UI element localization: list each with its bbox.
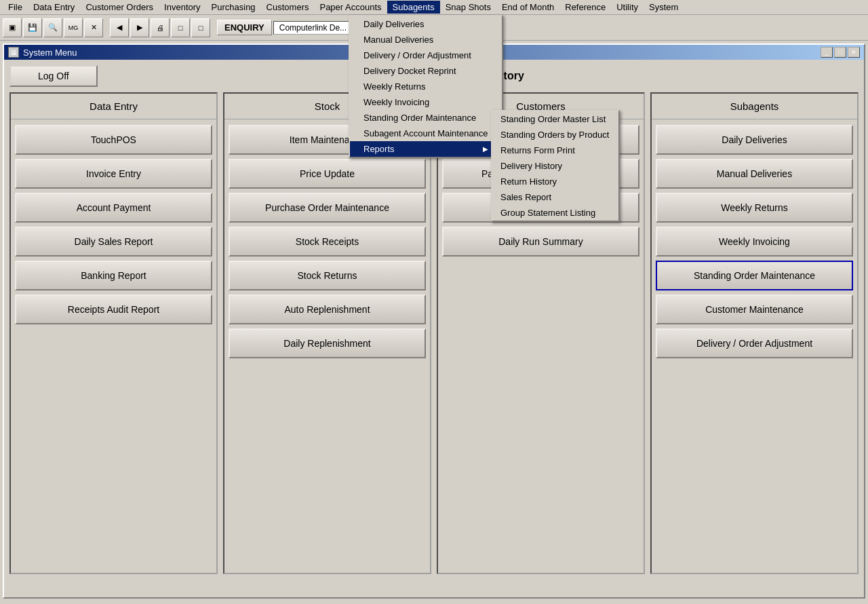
dropdown-item-subagent-account-maintenance[interactable]: Subagent Account Maintenance [350,126,502,141]
dropdown-item-delivery-order-adjustment[interactable]: Delivery / Order Adjustment [350,48,502,63]
btn-purchase-order-maintenance[interactable]: Purchase Order Maintenance [229,193,426,223]
submenu-item-group-statement-listing[interactable]: Group Statement Listing [492,205,618,221]
btn-banking-report[interactable]: Banking Report [15,261,212,290]
btn-receipts-audit-report[interactable]: Receipts Audit Report [15,295,212,324]
dropdown-item-weekly-invoicing[interactable]: Weekly Invoicing [350,94,502,110]
section-title-subagents: Subagents [652,94,857,119]
btn-weekly-returns[interactable]: Weekly Returns [656,193,853,223]
submenu-item-sales-report[interactable]: Sales Report [492,189,618,205]
section-data-entry: Data Entry TouchPOS Invoice Entry Accoun… [9,92,218,574]
dropdown-item-weekly-returns[interactable]: Weekly Returns [350,79,502,94]
btn-daily-sales-report[interactable]: Daily Sales Report [15,227,212,257]
window-icon: 🖥 [8,47,19,58]
toolbar-btn-1[interactable]: ▣ [3,18,22,37]
dropdown-item-delivery-docket-reprint[interactable]: Delivery Docket Reprint [350,63,502,79]
menu-end-of-month[interactable]: End of Month [496,1,559,14]
menu-data-entry[interactable]: Data Entry [28,1,80,14]
menu-reference[interactable]: Reference [559,1,611,14]
btn-touchpos[interactable]: TouchPOS [15,125,212,155]
btn-daily-deliveries[interactable]: Daily Deliveries [656,125,853,155]
toolbar-btn-4[interactable]: MG [64,18,83,37]
menu-purchasing[interactable]: Purchasing [206,1,261,14]
toolbar-btn-2[interactable]: 💾 [23,18,42,37]
toolbar-btn-9[interactable]: □ [171,18,190,37]
btn-auto-replenishment[interactable]: Auto Replenishment [229,295,426,324]
btn-invoice-entry[interactable]: Invoice Entry [15,159,212,189]
menu-snap-shots[interactable]: Snap Shots [440,1,496,14]
titlebar-controls: _ □ ✕ [821,47,860,58]
toolbar-btn-10[interactable]: □ [191,18,210,37]
btn-daily-replenishment[interactable]: Daily Replenishment [229,328,426,358]
sections-grid: Data Entry TouchPOS Invoice Entry Accoun… [9,92,859,574]
section-subagents: Subagents Daily Deliveries Manual Delive… [650,92,859,574]
btn-subagent-customer-maintenance[interactable]: Customer Maintenance [656,295,853,324]
section-buttons-stock: Item Maintenance Price Update Purchase O… [224,119,430,573]
btn-account-payment[interactable]: Account Payment [15,193,212,223]
btn-stock-receipts[interactable]: Stock Receipts [229,227,426,257]
btn-manual-deliveries[interactable]: Manual Deliveries [656,159,853,189]
menu-paper-accounts[interactable]: Paper Accounts [314,1,387,14]
dropdown-item-manual-deliveries[interactable]: Manual Deliveries [350,32,502,48]
menu-customer-orders[interactable]: Customer Orders [80,1,159,14]
submenu-item-delivery-history[interactable]: Delivery History [492,158,618,174]
close-button[interactable]: ✕ [848,47,860,58]
subagents-dropdown-menu: Daily Deliveries Manual Deliveries Deliv… [349,15,503,158]
menu-file[interactable]: File [3,1,28,14]
dropdown-item-daily-deliveries[interactable]: Daily Deliveries [350,16,502,32]
menu-subagents[interactable]: Subagents [387,1,440,14]
titlebar-left: 🖥 System Menu [8,47,77,58]
enquiry-button[interactable]: ENQUIRY [217,20,272,35]
toolbar-btn-5[interactable]: ✕ [84,18,103,37]
btn-weekly-invoicing[interactable]: Weekly Invoicing [656,227,853,257]
menu-bar: File Data Entry Customer Orders Inventor… [0,0,868,15]
section-title-data-entry: Data Entry [11,94,216,119]
reports-submenu: Standing Order Master List Standing Orde… [491,110,620,222]
dropdown-item-reports-label: Reports [363,144,395,154]
toolbar-btn-7[interactable]: ▶ [130,18,149,37]
btn-daily-run-summary[interactable]: Daily Run Summary [442,227,639,257]
maximize-button[interactable]: □ [834,47,846,58]
window-title: System Menu [23,48,77,58]
toolbar-btn-8[interactable]: 🖨 [151,18,170,37]
menu-inventory[interactable]: Inventory [159,1,205,14]
dropdown-item-standing-order-maintenance[interactable]: Standing Order Maintenance [350,110,502,126]
submenu-item-return-history[interactable]: Return History [492,174,618,189]
btn-standing-order-maintenance[interactable]: Standing Order Maintenance [656,261,853,290]
btn-delivery-order-adjustment[interactable]: Delivery / Order Adjustment [656,328,853,358]
section-buttons-data-entry: TouchPOS Invoice Entry Account Payment D… [11,119,216,573]
minimize-button[interactable]: _ [821,47,833,58]
submenu-item-standing-order-master-list[interactable]: Standing Order Master List [492,111,618,127]
menu-utility[interactable]: Utility [611,1,644,14]
btn-price-update[interactable]: Price Update [229,159,426,189]
dropdown-item-reports[interactable]: Reports ▶ [350,141,502,157]
menu-customers[interactable]: Customers [261,1,315,14]
btn-stock-returns[interactable]: Stock Returns [229,261,426,290]
section-stock: Stock Item Maintenance Price Update Purc… [223,92,431,574]
menu-system[interactable]: System [644,1,684,14]
submenu-item-standing-orders-by-product[interactable]: Standing Orders by Product [492,127,618,143]
submenu-arrow-icon: ▶ [483,145,488,153]
logoff-button[interactable]: Log Off [9,65,98,87]
submenu-item-returns-form-print[interactable]: Returns Form Print [492,143,618,158]
toolbar-btn-6[interactable]: ◀ [110,18,129,37]
section-buttons-subagents: Daily Deliveries Manual Deliveries Weekl… [652,119,857,573]
toolbar-btn-3[interactable]: 🔍 [43,18,62,37]
